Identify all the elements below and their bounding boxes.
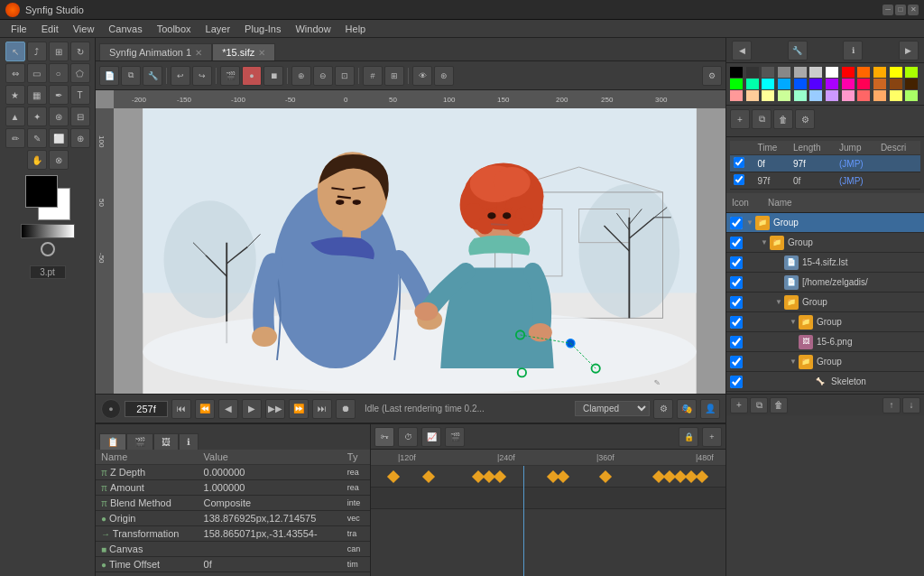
layer-arrow-img-1[interactable] <box>788 337 799 348</box>
nav-next-btn[interactable]: ▶ <box>899 41 919 60</box>
layer-check-group-1[interactable] <box>730 217 743 229</box>
timeline-content[interactable] <box>371 466 725 576</box>
delete-waypoint-btn[interactable]: 🗑 <box>773 109 793 129</box>
canvas-tab-animation1[interactable]: Synfig Animation 1 ✕ <box>99 43 212 60</box>
render-tab[interactable]: 🖼 <box>153 433 179 450</box>
timeline-settings-btn[interactable]: ⚙ <box>653 399 673 419</box>
polygon-tool-btn[interactable]: ⬠ <box>70 63 90 83</box>
canvas-tab-close-2[interactable]: ✕ <box>258 48 265 58</box>
params-tab[interactable]: 📋 <box>99 433 126 450</box>
scale-tool-btn[interactable]: ⊞ <box>49 42 69 61</box>
zoom-in-btn[interactable]: ⊕ <box>291 66 311 86</box>
add-waypoint-btn[interactable]: + <box>730 109 750 129</box>
layer-arrow-path-1[interactable] <box>773 277 784 288</box>
palette-color-21[interactable] <box>873 79 886 89</box>
keyframe-row-1[interactable]: 97f 0f (JMP) <box>730 172 920 190</box>
prop-value-cell[interactable]: 0f <box>199 557 342 572</box>
palette-color-18[interactable] <box>826 79 838 89</box>
palette-color-14[interactable] <box>762 79 774 89</box>
layer-check-file-1[interactable] <box>730 256 743 269</box>
layer-check-group-4[interactable] <box>730 316 743 329</box>
layer-arrow-group-5[interactable]: ▼ <box>788 357 799 367</box>
palette-color-12[interactable] <box>730 79 743 89</box>
gradient-tool-btn[interactable]: ▦ <box>27 85 47 105</box>
palette-color-34[interactable] <box>890 90 902 101</box>
record-toggle-btn[interactable]: ⏺ <box>336 399 356 419</box>
prop-value-cell[interactable]: 1.000000 <box>199 480 342 496</box>
star-tool-btn[interactable]: ★ <box>5 85 25 105</box>
bone-layer-btn[interactable]: ⊛ <box>434 66 454 86</box>
redo-btn[interactable]: ↪ <box>192 66 212 86</box>
layer-row-group-4[interactable]: ▼ 📁 Group <box>726 312 924 332</box>
property-row[interactable]: π Blend Method Composite inte <box>96 496 370 511</box>
layer-arrow-group-2[interactable]: ▼ <box>759 237 770 248</box>
fill-tool-btn[interactable]: ▲ <box>5 107 25 126</box>
duplicate-btn[interactable]: ⧉ <box>121 66 141 86</box>
move-down-btn[interactable]: ↓ <box>902 397 920 413</box>
palette-color-2[interactable] <box>762 67 774 78</box>
palette-color-17[interactable] <box>809 79 822 89</box>
zoom-tool-btn[interactable]: ⊕ <box>70 128 90 148</box>
gradient-bar[interactable] <box>21 224 75 238</box>
layer-row-skel-1[interactable]: 🦴 Skeleton <box>726 372 924 392</box>
keyframe-1-1[interactable] <box>387 469 400 482</box>
layer-check-path-1[interactable] <box>730 276 743 289</box>
pen-tool-btn[interactable]: ✏ <box>5 128 25 148</box>
keyframe-1-5[interactable] <box>493 469 505 482</box>
prop-value-cell[interactable] <box>199 572 342 577</box>
curves-tab-icon[interactable]: 📈 <box>421 427 441 447</box>
rectangle-tool-btn[interactable]: ▭ <box>27 63 47 83</box>
palette-color-26[interactable] <box>762 90 774 101</box>
kf-check-cell[interactable] <box>730 155 753 172</box>
scroll-tool-btn[interactable]: ✋ <box>27 150 47 170</box>
palette-color-30[interactable] <box>826 90 838 101</box>
kf-jump-cell[interactable]: (JMP) <box>836 155 877 172</box>
meta-tab[interactable]: ℹ <box>179 433 199 450</box>
settings-btn[interactable]: ⚙ <box>702 66 722 86</box>
keyframes-tab-icon[interactable]: 🗝 <box>374 427 394 447</box>
mirror-tool-btn[interactable]: ⇔ <box>5 63 25 83</box>
palette-color-0[interactable] <box>730 67 743 78</box>
palette-color-24[interactable] <box>730 90 743 101</box>
feather-tool-btn[interactable]: ✦ <box>27 107 47 126</box>
foreground-color-swatch[interactable] <box>25 175 58 208</box>
property-row[interactable]: π Amount 1.000000 rea <box>96 480 370 496</box>
zoom-out-btn[interactable]: ⊖ <box>313 66 333 86</box>
palette-color-35[interactable] <box>905 90 918 101</box>
next-frame-btn[interactable]: ▶▶ <box>265 399 285 419</box>
layer-row-file-1[interactable]: 📄 15-4.sifz.lst <box>726 253 924 273</box>
palette-color-29[interactable] <box>809 90 822 101</box>
menu-item-help[interactable]: Help <box>338 22 374 36</box>
menu-item-plugins[interactable]: Plug-Ins <box>237 22 288 36</box>
layer-check-skel-1[interactable] <box>730 376 743 388</box>
timeline-lock-btn[interactable]: 🔒 <box>679 427 698 447</box>
layer-check-group-5[interactable] <box>730 356 743 368</box>
snap-btn[interactable]: ⊞ <box>384 66 404 86</box>
timeline-add-btn[interactable]: + <box>702 427 722 447</box>
transform-tool-btn[interactable]: ⊗ <box>49 150 69 170</box>
keyframe-1-13[interactable] <box>695 469 707 482</box>
timetrack-tab-icon[interactable]: ⏱ <box>398 427 418 447</box>
palette-color-8[interactable] <box>857 67 870 78</box>
maximize-button[interactable]: □ <box>895 5 906 15</box>
nav-tool-options-btn[interactable]: 🔧 <box>788 41 808 60</box>
canvas-tab-close-1[interactable]: ✕ <box>195 48 202 58</box>
animate-mode-btn[interactable]: 🎭 <box>677 399 697 419</box>
palette-color-16[interactable] <box>794 79 807 89</box>
kf-desc-cell[interactable] <box>877 172 920 190</box>
palette-color-32[interactable] <box>857 90 870 101</box>
kf-desc-cell[interactable] <box>877 155 920 172</box>
close-button[interactable]: ✕ <box>908 5 919 15</box>
kf-jump-cell[interactable]: (JMP) <box>836 172 877 190</box>
properties-btn[interactable]: 🔧 <box>143 66 162 86</box>
go-start-btn[interactable]: ⏮ <box>171 399 191 419</box>
eraser-tool-btn[interactable]: ⬜ <box>49 128 69 148</box>
undo-btn[interactable]: ↩ <box>171 66 190 86</box>
pointer-tool-btn[interactable]: ↖ <box>5 42 25 61</box>
palette-color-11[interactable] <box>905 67 918 78</box>
property-row[interactable]: ● Time Offset 0f tim <box>96 557 370 572</box>
layer-arrow-group-1[interactable]: ▼ <box>744 218 755 228</box>
menu-item-window[interactable]: Window <box>288 22 337 36</box>
property-row[interactable]: ☐ Children Lock boo <box>96 572 370 577</box>
interpolation-select[interactable]: Clamped TCB Ease In/Out Linear <box>575 401 650 416</box>
